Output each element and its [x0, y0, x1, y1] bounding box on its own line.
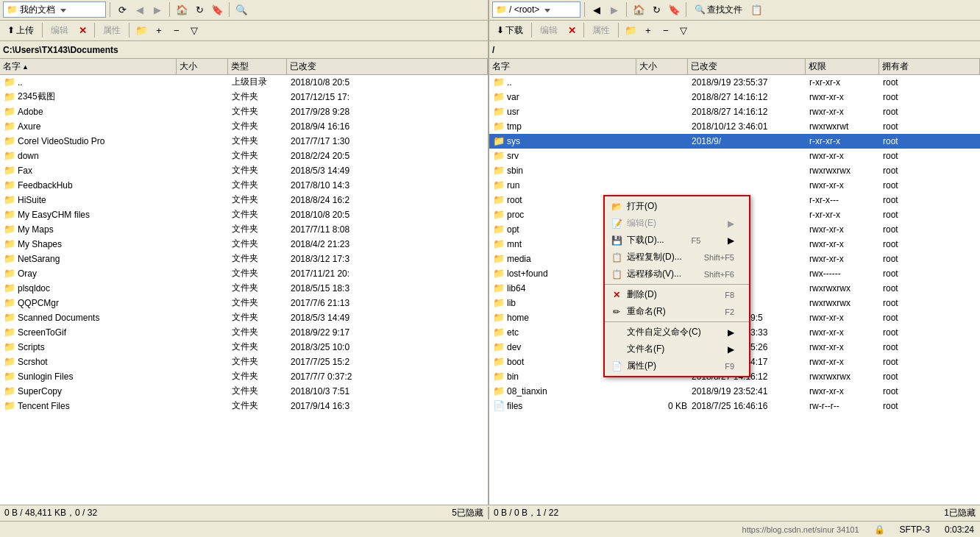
col-type-left[interactable]: 类型 — [228, 59, 287, 74]
ctx-item-download[interactable]: 💾 下载(D)... F5▶ — [605, 232, 749, 249]
props-label-right: 属性 — [592, 24, 610, 37]
col-modified-left[interactable]: 已改变 — [287, 59, 488, 74]
bookmark-btn-right[interactable]: 🔖 — [666, 1, 682, 18]
col-size-right[interactable]: 大小 — [636, 59, 688, 74]
file-perm: rwxrwxrwx — [807, 166, 881, 176]
download-btn[interactable]: ⬇ 下载 — [492, 22, 528, 38]
nav-right-btn[interactable]: ▶ — [149, 1, 166, 18]
props-btn-left[interactable]: 属性 — [99, 22, 125, 38]
nav-left-btn[interactable]: ◀ — [132, 1, 148, 18]
ctx-item-filename[interactable]: 文件名(F) ▶ — [605, 341, 749, 358]
table-row[interactable]: down 文件夹 2018/2/24 20:5 — [0, 149, 488, 163]
col-owner-right[interactable]: 拥有者 — [879, 59, 980, 74]
left-location-dropdown[interactable]: 📁 我的文档 — [3, 1, 106, 18]
props-btn-right[interactable]: 属性 — [588, 22, 614, 38]
file-owner: root — [881, 92, 979, 102]
find-files-btn[interactable]: 🔍 查找文件 — [690, 1, 747, 18]
table-row[interactable]: ScreenToGif 文件夹 2018/9/22 9:17 — [0, 325, 488, 340]
refresh-left-btn[interactable]: ⟳ — [114, 1, 130, 18]
table-row[interactable]: 08_tianxin 2018/9/19 23:52:41 rwxr-xr-x … — [489, 384, 980, 399]
delete-btn-left[interactable]: ✕ — [74, 22, 90, 38]
table-row[interactable]: Scripts 文件夹 2018/3/25 10:0 — [0, 340, 488, 355]
folder-icon — [4, 77, 15, 88]
table-row[interactable]: run rwxr-xr-x root — [489, 178, 980, 193]
table-row[interactable]: SuperCopy 文件夹 2018/10/3 7:51 — [0, 384, 488, 399]
ctx-item-delete[interactable]: ✕ 删除(D) F8 — [605, 286, 749, 303]
col-name-right[interactable]: 名字 — [489, 59, 636, 74]
right-location-dropdown[interactable]: 📁 / <root> — [492, 1, 580, 18]
table-row[interactable]: HiSuite 文件夹 2018/8/24 16:2 — [0, 193, 488, 207]
table-row[interactable]: tmp 2018/10/12 3:46:01 rwxrwxrwt root — [489, 119, 980, 134]
nav-back-right[interactable]: ◀ — [589, 1, 605, 18]
table-row[interactable]: 2345截图 文件夹 2017/12/15 17: — [0, 90, 488, 104]
table-row[interactable]: QQPCMgr 文件夹 2017/7/6 21:13 — [0, 296, 488, 310]
table-row[interactable]: Tencent Files 文件夹 2017/9/14 16:3 — [0, 399, 488, 413]
table-row[interactable]: srv rwxr-xr-x root — [489, 149, 980, 163]
refresh2-btn-left[interactable]: ↻ — [191, 1, 207, 18]
table-row[interactable]: Corel VideoStudio Pro 文件夹 2017/7/17 1:30 — [0, 134, 488, 149]
ctx-item-properties[interactable]: 📄 属性(P) F9 — [605, 358, 749, 374]
file-modified: 2017/9/14 16:3 — [288, 401, 486, 411]
separator — [618, 23, 619, 38]
folder-icon — [4, 282, 15, 294]
table-row[interactable]: var 2018/8/27 14:16:12 rwxr-xr-x root — [489, 90, 980, 104]
find-extra-btn[interactable]: 📋 — [748, 1, 764, 18]
file-name: 08_tianxin — [491, 385, 638, 397]
table-row[interactable]: files 0 KB 2018/7/25 16:46:16 rw-r--r-- … — [489, 399, 980, 413]
edit-btn-left[interactable]: 编辑 — [46, 22, 73, 38]
add-btn-left[interactable]: + — [151, 22, 167, 38]
file-modified: 2018/7/25 16:46:16 — [689, 401, 807, 411]
home-btn-left[interactable]: 🏠 — [174, 1, 190, 18]
upload-btn[interactable]: ⬆ 上传 — [3, 22, 38, 38]
home-btn-right[interactable]: 🏠 — [631, 1, 647, 18]
refresh-btn-right[interactable]: ↻ — [648, 1, 664, 18]
folder-icon — [4, 106, 15, 118]
file-type: 文件夹 — [230, 267, 288, 280]
new-folder-btn-left[interactable]: 📁 — [133, 22, 149, 38]
col-perm-right[interactable]: 权限 — [806, 59, 879, 74]
minus-btn-left[interactable]: − — [168, 22, 185, 38]
ctx-item-remote-copy[interactable]: 📋 远程复制(D)... Shift+F5 — [605, 249, 749, 266]
table-row[interactable]: My EasyCHM files 文件夹 2018/10/8 20:5 — [0, 207, 488, 222]
file-modified: 2018/8/27 14:16:12 — [689, 92, 807, 102]
add-btn-right[interactable]: + — [640, 22, 656, 38]
table-row[interactable]: .. 上级目录 2018/10/8 20:5 — [0, 75, 488, 90]
col-modified-right[interactable]: 已改变 — [688, 59, 806, 74]
col-size-left[interactable]: 大小 — [177, 59, 228, 74]
table-row[interactable]: Oray 文件夹 2017/11/21 20: — [0, 266, 488, 281]
table-row[interactable]: sbin rwxrwxrwx root — [489, 163, 980, 178]
filter-btn-left[interactable]: ▽ — [186, 22, 202, 38]
table-row[interactable]: Adobe 文件夹 2017/9/28 9:28 — [0, 104, 488, 119]
filter-btn-right[interactable]: ▽ — [675, 22, 692, 38]
file-modified: 2018/10/12 3:46:01 — [689, 121, 807, 132]
table-row[interactable]: usr 2018/8/27 14:16:12 rwxr-xr-x root — [489, 104, 980, 119]
delete-btn-right[interactable]: ✕ — [564, 22, 580, 38]
table-row[interactable]: Fax 文件夹 2018/5/3 14:49 — [0, 163, 488, 178]
table-row[interactable]: Axure 文件夹 2018/9/4 16:16 — [0, 119, 488, 134]
ctx-item-remote-move[interactable]: 📋 远程移动(V)... Shift+F6 — [605, 266, 749, 282]
edit-btn-right[interactable]: 编辑 — [536, 22, 562, 38]
table-row[interactable]: My Shapes 文件夹 2018/4/2 21:23 — [0, 237, 488, 252]
table-row[interactable]: NetSarang 文件夹 2018/3/12 17:3 — [0, 252, 488, 266]
ctx-item-open[interactable]: 📂 打开(O) — [605, 198, 749, 215]
new-folder-btn-right[interactable]: 📁 — [622, 22, 639, 38]
folder-icon — [493, 297, 505, 309]
bookmark-btn-left[interactable]: 🔖 — [209, 1, 225, 18]
table-row[interactable]: FeedbackHub 文件夹 2017/8/10 14:3 — [0, 178, 488, 193]
ctx-item-rename[interactable]: ✏ 重命名(R) F2 — [605, 303, 749, 320]
table-row[interactable]: Scrshot 文件夹 2017/7/25 15:2 — [0, 355, 488, 369]
nav-forward-right[interactable]: ▶ — [606, 1, 622, 18]
table-row[interactable]: My Maps 文件夹 2017/7/11 8:08 — [0, 222, 488, 237]
minus-btn-right[interactable]: − — [658, 22, 674, 38]
table-row[interactable]: Sunlogin Files 文件夹 2017/7/7 0:37:2 — [0, 369, 488, 384]
table-row[interactable]: Scanned Documents 文件夹 2018/5/3 14:49 — [0, 310, 488, 325]
file-name: Oray — [1, 268, 178, 280]
file-size: 0 KB — [638, 401, 689, 411]
ctx-item-custom[interactable]: 文件自定义命令(C) ▶ — [605, 324, 749, 341]
table-row[interactable]: sys 2018/9/ r-xr-xr-x root — [489, 134, 980, 149]
folder-icon — [493, 327, 505, 338]
find-btn-left[interactable]: 🔍 — [233, 1, 249, 18]
table-row[interactable]: plsqldoc 文件夹 2018/5/15 18:3 — [0, 281, 488, 296]
table-row[interactable]: .. 2018/9/19 23:55:37 r-xr-xr-x root — [489, 75, 980, 90]
col-name-left[interactable]: 名字 ▲ — [0, 59, 177, 74]
